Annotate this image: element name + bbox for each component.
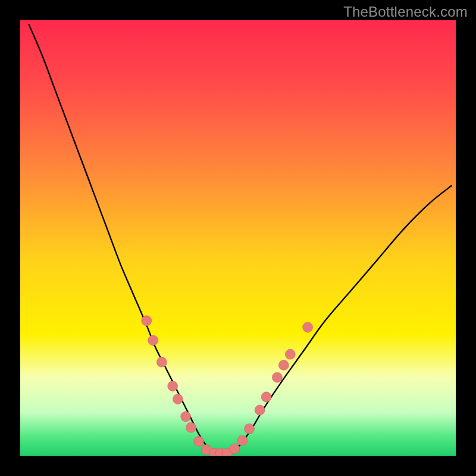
watermark-text: TheBottleneck.com: [343, 4, 468, 20]
data-marker: [285, 349, 295, 359]
data-marker: [237, 436, 248, 446]
data-marker: [261, 392, 271, 402]
data-marker: [255, 405, 265, 415]
data-marker: [245, 424, 255, 434]
plot-area: [20, 20, 456, 456]
data-marker: [230, 444, 240, 454]
data-marker: [278, 360, 289, 370]
chart-overlay: [20, 20, 456, 456]
data-marker: [272, 372, 282, 383]
data-markers: [142, 316, 313, 456]
data-marker: [181, 412, 191, 422]
bottleneck-curve: [29, 24, 452, 454]
data-marker: [168, 381, 178, 391]
data-marker: [148, 336, 158, 346]
data-marker: [156, 357, 167, 367]
chart-stage: TheBottleneck.com: [0, 0, 476, 476]
data-marker: [303, 322, 313, 333]
data-marker: [194, 436, 204, 446]
data-marker: [186, 422, 196, 433]
data-marker: [173, 394, 183, 404]
data-marker: [142, 316, 152, 326]
